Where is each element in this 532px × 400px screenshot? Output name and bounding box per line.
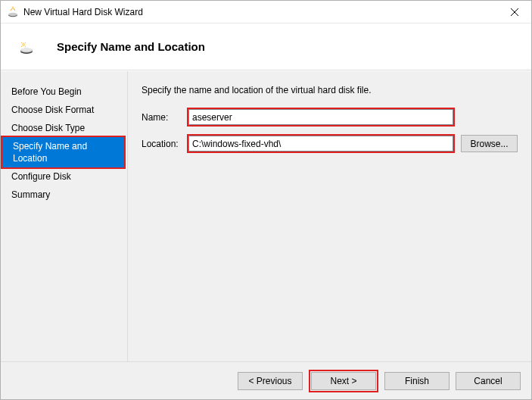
next-button-highlight: Next >: [309, 370, 378, 392]
browse-button[interactable]: Browse...: [461, 135, 518, 152]
sidebar-item-choose-disk-format[interactable]: Choose Disk Format: [1, 101, 127, 119]
wizard-steps-sidebar: Before You Begin Choose Disk Format Choo…: [1, 71, 127, 361]
main-panel: Specify the name and location of the vir…: [127, 71, 531, 361]
window-title: New Virtual Hard Disk Wizard: [23, 7, 497, 17]
location-input[interactable]: [188, 136, 453, 152]
sidebar-item-choose-disk-type[interactable]: Choose Disk Type: [1, 119, 127, 137]
name-input[interactable]: [188, 109, 453, 125]
name-label: Name:: [142, 112, 187, 123]
wizard-header: Specify Name and Location: [1, 23, 531, 70]
close-button[interactable]: [497, 1, 531, 23]
name-row: Name:: [142, 108, 518, 127]
app-icon: [7, 6, 19, 18]
svg-point-2: [12, 6, 14, 8]
content-area: Before You Begin Choose Disk Format Choo…: [1, 71, 531, 361]
sidebar-item-summary[interactable]: Summary: [1, 186, 127, 204]
name-input-highlight: [187, 108, 455, 127]
titlebar: New Virtual Hard Disk Wizard: [1, 1, 531, 23]
cancel-button[interactable]: Cancel: [456, 372, 521, 390]
sidebar-item-before-you-begin[interactable]: Before You Begin: [1, 83, 127, 101]
instruction-text: Specify the name and location of the vir…: [142, 85, 518, 95]
location-row: Location: Browse...: [142, 134, 518, 153]
location-label: Location:: [142, 139, 187, 149]
finish-button[interactable]: Finish: [384, 372, 450, 390]
location-input-highlight: [187, 134, 455, 153]
svg-point-8: [22, 42, 25, 45]
svg-point-1: [8, 12, 17, 15]
wizard-footer: < Previous Next > Finish Cancel: [1, 361, 531, 399]
disk-icon: [19, 42, 34, 55]
page-title: Specify Name and Location: [57, 40, 205, 53]
sidebar-active-highlight: Specify Name and Location: [1, 136, 126, 169]
sidebar-item-specify-name-location[interactable]: Specify Name and Location: [2, 137, 124, 167]
previous-button[interactable]: < Previous: [238, 372, 303, 390]
svg-point-7: [21, 48, 32, 52]
next-button[interactable]: Next >: [311, 372, 376, 390]
sidebar-item-configure-disk[interactable]: Configure Disk: [1, 167, 127, 186]
